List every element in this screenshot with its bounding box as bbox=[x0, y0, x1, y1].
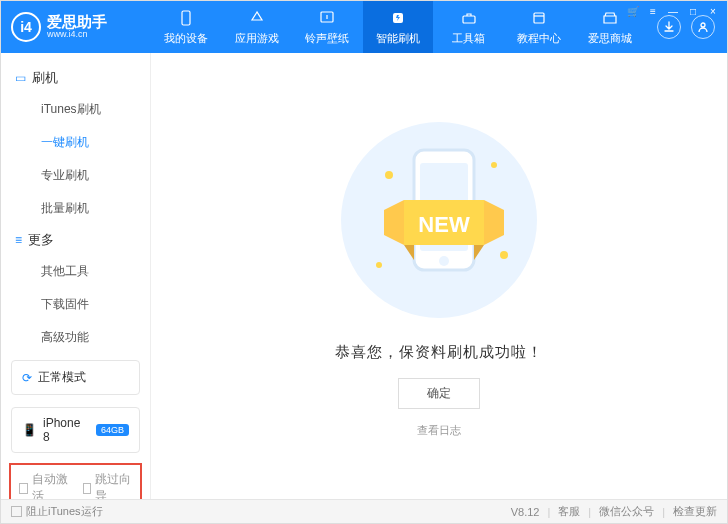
view-log-link[interactable]: 查看日志 bbox=[417, 423, 461, 438]
success-message: 恭喜您，保资料刷机成功啦！ bbox=[335, 343, 543, 362]
sidebar-item-0-3[interactable]: 批量刷机 bbox=[1, 192, 150, 225]
minimize-icon[interactable]: — bbox=[666, 4, 680, 18]
nav-item-3[interactable]: 智能刷机 bbox=[363, 1, 434, 53]
sidebar-item-0-0[interactable]: iTunes刷机 bbox=[1, 93, 150, 126]
top-nav: 我的设备应用游戏铃声壁纸智能刷机工具箱教程中心爱思商城 bbox=[151, 1, 645, 53]
main-content: NEW 恭喜您，保资料刷机成功啦！ 确定 查看日志 bbox=[151, 53, 727, 499]
sidebar-item-0-2[interactable]: 专业刷机 bbox=[1, 159, 150, 192]
svg-point-10 bbox=[376, 262, 382, 268]
refresh-icon: ⟳ bbox=[22, 371, 32, 385]
nav-item-5[interactable]: 教程中心 bbox=[504, 1, 575, 53]
svg-text:NEW: NEW bbox=[418, 212, 470, 237]
section-icon: ▭ bbox=[15, 71, 26, 85]
book-icon bbox=[530, 9, 548, 27]
version-label: V8.12 bbox=[511, 506, 540, 518]
phone-icon bbox=[177, 9, 195, 27]
svg-rect-3 bbox=[463, 16, 475, 23]
nav-item-1[interactable]: 应用游戏 bbox=[222, 1, 293, 53]
sidebar-section-0: ▭刷机 bbox=[1, 63, 150, 93]
sidebar-item-1-0[interactable]: 其他工具 bbox=[1, 255, 150, 288]
flash-icon bbox=[389, 9, 407, 27]
sidebar: ▭刷机iTunes刷机一键刷机专业刷机批量刷机≡更多其他工具下载固件高级功能 ⟳… bbox=[1, 53, 151, 499]
svg-point-7 bbox=[385, 171, 393, 179]
mode-label: 正常模式 bbox=[38, 369, 86, 386]
menu-icon[interactable]: ≡ bbox=[646, 4, 660, 18]
device-name: iPhone 8 bbox=[43, 416, 88, 444]
close-icon[interactable]: × bbox=[706, 4, 720, 18]
sidebar-item-1-1[interactable]: 下载固件 bbox=[1, 288, 150, 321]
app-url: www.i4.cn bbox=[47, 30, 107, 40]
storage-badge: 64GB bbox=[96, 424, 129, 436]
wechat-link[interactable]: 微信公众号 bbox=[599, 504, 654, 519]
svg-point-8 bbox=[491, 162, 497, 168]
support-link[interactable]: 客服 bbox=[558, 504, 580, 519]
logo: i4 爱思助手 www.i4.cn bbox=[1, 12, 151, 42]
block-itunes-checkbox[interactable]: 阻止iTunes运行 bbox=[11, 504, 103, 519]
nav-item-2[interactable]: 铃声壁纸 bbox=[292, 1, 363, 53]
mode-box[interactable]: ⟳ 正常模式 bbox=[11, 360, 140, 395]
apps-icon bbox=[248, 9, 266, 27]
svg-point-5 bbox=[701, 23, 705, 27]
check-update-link[interactable]: 检查更新 bbox=[673, 504, 717, 519]
cart-icon[interactable]: 🛒 bbox=[626, 4, 640, 18]
sidebar-item-1-2[interactable]: 高级功能 bbox=[1, 321, 150, 354]
svg-point-13 bbox=[439, 256, 449, 266]
app-title: 爱思助手 bbox=[47, 14, 107, 31]
download-icon bbox=[663, 21, 675, 33]
user-icon bbox=[697, 21, 709, 33]
nav-item-4[interactable]: 工具箱 bbox=[433, 1, 504, 53]
svg-rect-0 bbox=[182, 11, 190, 25]
sidebar-item-0-1[interactable]: 一键刷机 bbox=[1, 126, 150, 159]
nav-item-0[interactable]: 我的设备 bbox=[151, 1, 222, 53]
toolbox-icon bbox=[460, 9, 478, 27]
success-illustration: NEW bbox=[334, 115, 544, 325]
header: i4 爱思助手 www.i4.cn 我的设备应用游戏铃声壁纸智能刷机工具箱教程中… bbox=[1, 1, 727, 53]
store-icon bbox=[601, 9, 619, 27]
phone-icon: 📱 bbox=[22, 423, 37, 437]
user-button[interactable] bbox=[691, 15, 715, 39]
section-icon: ≡ bbox=[15, 233, 22, 247]
svg-rect-4 bbox=[534, 13, 544, 23]
ok-button[interactable]: 确定 bbox=[398, 378, 480, 409]
device-box[interactable]: 📱 iPhone 8 64GB bbox=[11, 407, 140, 453]
maximize-icon[interactable]: □ bbox=[686, 4, 700, 18]
footer: 阻止iTunes运行 V8.12 | 客服 | 微信公众号 | 检查更新 bbox=[1, 499, 727, 523]
download-button[interactable] bbox=[657, 15, 681, 39]
music-icon bbox=[318, 9, 336, 27]
svg-point-9 bbox=[500, 251, 508, 259]
sidebar-section-1: ≡更多 bbox=[1, 225, 150, 255]
logo-badge: i4 bbox=[11, 12, 41, 42]
